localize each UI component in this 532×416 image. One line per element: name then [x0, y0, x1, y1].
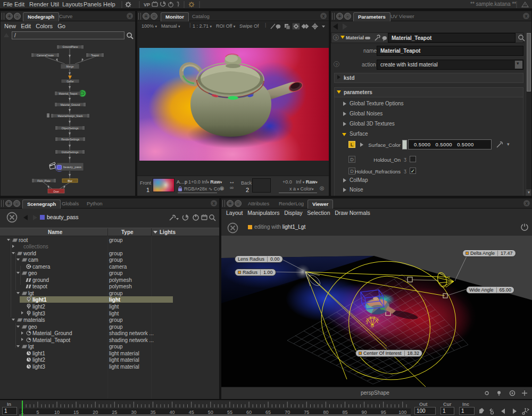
- svg-text:ObjectSettings: ObjectSettings: [62, 127, 79, 130]
- svg-text:60: 60: [246, 410, 252, 415]
- svg-text:Over: Over: [53, 190, 59, 193]
- svg-text:Floln_Plate: Floln_Plate: [37, 180, 51, 182]
- svg-text:Merge: Merge: [66, 65, 74, 68]
- svg-text:GroundPlane: GroundPlane: [63, 46, 78, 48]
- svg-text:beauty_pass: beauty_pass: [63, 165, 81, 169]
- svg-text:65: 65: [265, 410, 271, 415]
- svg-text:10: 10: [54, 410, 60, 415]
- svg-text:RenderSettings: RenderSettings: [61, 138, 79, 141]
- svg-text:MaterialAssign_Stack: MaterialAssign_Stack: [57, 115, 83, 118]
- svg-text:75: 75: [304, 410, 309, 415]
- svg-text:100: 100: [398, 410, 406, 415]
- svg-text:Blur: Blur: [68, 180, 72, 182]
- svg-text:Teapot: Teapot: [91, 54, 99, 57]
- svg-text:20: 20: [93, 410, 98, 415]
- svg-text:45: 45: [189, 410, 194, 415]
- svg-text:70: 70: [285, 410, 290, 415]
- svg-text:50: 50: [208, 410, 213, 415]
- svg-text:5: 5: [36, 410, 39, 415]
- svg-text:95: 95: [381, 410, 386, 415]
- svg-text:Material_Teapot: Material_Teapot: [59, 93, 78, 95]
- svg-text:30: 30: [131, 410, 136, 415]
- svg-text:CameraCreate: CameraCreate: [37, 54, 54, 57]
- svg-text:VP: VP: [144, 2, 150, 7]
- svg-text:85: 85: [342, 410, 347, 415]
- svg-text:GlobalSettings: GlobalSettings: [62, 151, 79, 154]
- svg-text:25: 25: [112, 410, 117, 415]
- svg-text:Material_Ground: Material_Ground: [61, 104, 80, 106]
- svg-text:35: 35: [150, 410, 155, 415]
- svg-text:55: 55: [227, 410, 232, 415]
- svg-text:40: 40: [170, 410, 175, 415]
- svg-text:15: 15: [73, 410, 79, 415]
- svg-text:80: 80: [323, 410, 328, 415]
- svg-text:Gaffer: Gaffer: [66, 80, 74, 83]
- svg-text:90: 90: [362, 410, 367, 415]
